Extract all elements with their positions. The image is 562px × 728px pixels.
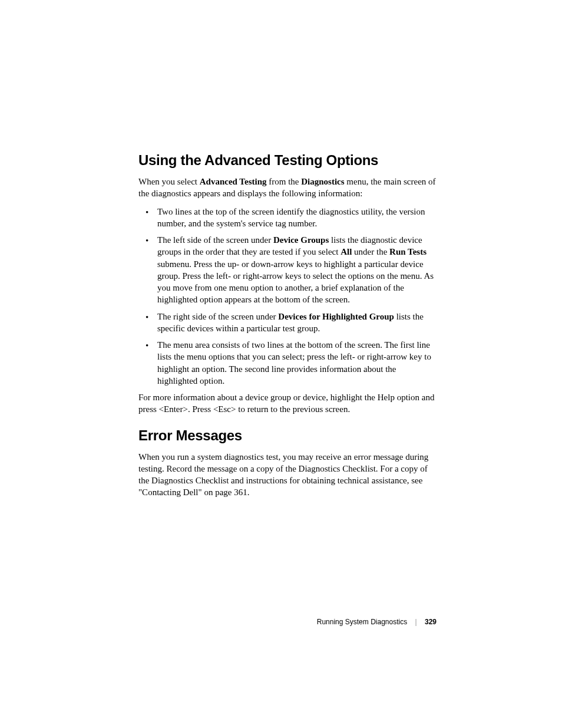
bold-text: Device Groups [273, 235, 329, 245]
page-footer: Running System Diagnostics | 329 [317, 618, 437, 626]
text-span: under the [352, 247, 389, 256]
error-messages-paragraph: When you run a system diagnostics test, … [138, 451, 436, 499]
bold-text: Devices for Highlighted Group [278, 312, 394, 321]
list-item: The right side of the screen under Devic… [157, 311, 436, 335]
section-heading-advanced-testing: Using the Advanced Testing Options [138, 152, 436, 169]
list-item: The menu area consists of two lines at t… [157, 339, 436, 387]
bold-text: Diagnostics [301, 177, 344, 186]
text-span: The left side of the screen under [157, 235, 273, 245]
bold-text: Run Tests [389, 247, 427, 256]
list-item: Two lines at the top of the screen ident… [157, 206, 436, 230]
page-content: Using the Advanced Testing Options When … [138, 152, 436, 505]
text-span: When you select [138, 177, 200, 186]
intro-paragraph: When you select Advanced Testing from th… [138, 176, 436, 200]
text-span: submenu. Press the up- or down-arrow key… [157, 259, 434, 305]
outro-paragraph: For more information about a device grou… [138, 391, 436, 416]
list-item: The left side of the screen under Device… [157, 234, 436, 306]
footer-section-title: Running System Diagnostics [317, 618, 407, 626]
section-error-messages: Error Messages When you run a system dia… [138, 427, 436, 499]
bold-text: All [340, 247, 352, 256]
text-span: The right side of the screen under [157, 312, 278, 321]
bold-text: Advanced Testing [200, 177, 267, 186]
section-heading-error-messages: Error Messages [138, 427, 436, 444]
footer-separator: | [415, 618, 417, 626]
footer-page-number: 329 [425, 618, 437, 626]
text-span: from the [267, 177, 302, 186]
bullet-list: Two lines at the top of the screen ident… [138, 206, 436, 387]
